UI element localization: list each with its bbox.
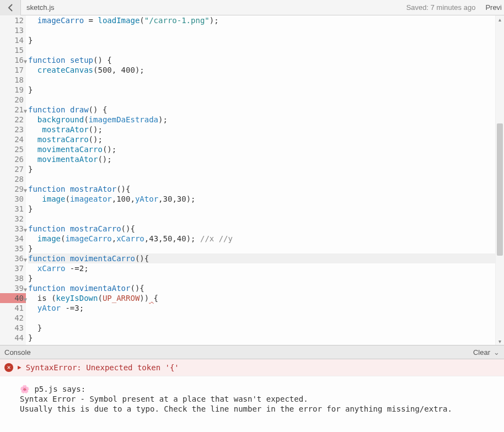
console-header: Console Clear ⌄ [0, 345, 504, 359]
console-error-row[interactable]: ✕ ▶ SyntaxError: Unexpected token '{' [0, 359, 504, 376]
line-number: 17 [0, 65, 26, 75]
code-line[interactable]: } [28, 35, 504, 45]
console-message: 🌸 p5.js says: Syntax Error - Symbol pres… [0, 376, 504, 416]
file-name[interactable]: sketch.js [21, 3, 60, 12]
chevron-down-icon[interactable]: ⌄ [494, 348, 500, 357]
code-line[interactable] [28, 75, 504, 85]
back-button[interactable] [0, 0, 21, 15]
code-line[interactable]: } [28, 323, 504, 333]
line-number: 44 [0, 333, 26, 343]
code-line[interactable]: } [28, 273, 504, 283]
code-line[interactable]: mostraAtor(); [28, 125, 504, 134]
line-number: 39▼ [0, 283, 26, 293]
line-number: 43 [0, 323, 26, 333]
code-line[interactable] [28, 174, 504, 184]
line-number: 32 [0, 214, 26, 224]
code-line[interactable]: is (keyIsDown(UP_ARROW)) { [28, 293, 504, 303]
disclosure-icon[interactable]: ▶ [18, 363, 22, 372]
code-line[interactable]: } [28, 164, 504, 174]
code-line[interactable]: background(imagemDaEstrada); [28, 115, 504, 125]
clear-console-button[interactable]: Clear [473, 348, 490, 357]
code-area[interactable]: imageCarro = loadImage("/carro-1.png");}… [26, 15, 504, 345]
code-line[interactable]: function mostraCarro(){ [28, 224, 504, 234]
line-number-gutter: 1213141516▼1718192021▼2223242526272829▼3… [0, 15, 26, 345]
line-number: 28 [0, 174, 26, 184]
line-number: 38 [0, 273, 26, 283]
console-body[interactable]: ✕ ▶ SyntaxError: Unexpected token '{' 🌸 … [0, 359, 504, 432]
error-message: SyntaxError: Unexpected token '{' [26, 363, 179, 372]
line-number: 41 [0, 303, 26, 313]
code-line[interactable]: function movimentaCarro(){ [28, 253, 504, 263]
code-line[interactable] [28, 214, 504, 224]
code-line[interactable] [28, 313, 504, 323]
chevron-left-icon [8, 4, 13, 12]
syntax-error-detail-1: Syntax Error - Symbol present at a place… [20, 395, 308, 403]
syntax-error-detail-2: Usually this is due to a typo. Check the… [20, 404, 452, 413]
p5-says-label: p5.js says: [30, 385, 85, 393]
code-line[interactable]: movimentaCarro(); [28, 144, 504, 154]
line-number: 40▼ [0, 293, 26, 303]
line-number: 42 [0, 313, 26, 323]
line-number: 16▼ [0, 55, 26, 65]
code-line[interactable]: function movimentaAtor(){ [28, 283, 504, 293]
line-number: 31 [0, 204, 26, 214]
error-icon: ✕ [4, 363, 13, 372]
line-number: 36▼ [0, 253, 26, 263]
line-number: 27 [0, 164, 26, 174]
line-number: 23 [0, 125, 26, 134]
line-number: 20 [0, 95, 26, 105]
code-line[interactable] [28, 25, 504, 35]
scroll-track[interactable] [496, 23, 504, 337]
code-line[interactable]: imageCarro = loadImage("/carro-1.png"); [28, 15, 504, 25]
code-line[interactable]: function setup() { [28, 55, 504, 65]
line-number: 33▼ [0, 224, 26, 234]
line-number: 12 [0, 15, 26, 25]
line-number: 19 [0, 85, 26, 95]
code-line[interactable] [28, 45, 504, 55]
code-line[interactable]: mostraCarro(); [28, 134, 504, 144]
code-line[interactable] [28, 95, 504, 105]
line-number: 13 [0, 25, 26, 35]
line-number: 18 [0, 75, 26, 85]
code-line[interactable]: } [28, 333, 504, 343]
code-line[interactable]: } [28, 85, 504, 95]
code-line[interactable]: } [28, 204, 504, 214]
code-line[interactable]: yAtor -=3; [28, 303, 504, 313]
line-number: 25 [0, 144, 26, 154]
line-number: 26 [0, 154, 26, 164]
scroll-down-icon[interactable]: ▾ [496, 337, 504, 345]
vertical-scrollbar[interactable]: ▴ ▾ [495, 15, 504, 345]
code-editor[interactable]: 1213141516▼1718192021▼2223242526272829▼3… [0, 15, 504, 345]
line-number: 15 [0, 45, 26, 55]
code-line[interactable]: function draw() { [28, 105, 504, 115]
code-line[interactable]: } [28, 244, 504, 253]
line-number: 24 [0, 134, 26, 144]
flower-icon: 🌸 [20, 384, 30, 394]
saved-status: Saved: 7 minutes ago [406, 3, 486, 12]
code-line[interactable]: image(imageator,100,yAtor,30,30); [28, 194, 504, 204]
line-number: 35 [0, 244, 26, 253]
scroll-up-icon[interactable]: ▴ [496, 15, 504, 23]
line-number: 30 [0, 194, 26, 204]
code-line[interactable]: xCarro -=2; [28, 263, 504, 273]
code-line[interactable]: createCanvas(500, 400); [28, 65, 504, 75]
line-number: 14 [0, 35, 26, 45]
console-title: Console [4, 348, 31, 357]
line-number: 34 [0, 234, 26, 244]
code-line[interactable]: image(imageCarro,xCarro,43,50,40); //x /… [28, 234, 504, 244]
editor-topbar: sketch.js Saved: 7 minutes ago Previ [0, 0, 504, 15]
scroll-thumb[interactable] [497, 123, 503, 256]
code-line[interactable]: movimentaAtor(); [28, 154, 504, 164]
code-line[interactable]: function mostraAtor(){ [28, 184, 504, 194]
line-number: 29▼ [0, 184, 26, 194]
preview-label[interactable]: Previ [485, 3, 504, 12]
line-number: 37 [0, 263, 26, 273]
line-number: 21▼ [0, 105, 26, 115]
line-number: 22 [0, 115, 26, 125]
